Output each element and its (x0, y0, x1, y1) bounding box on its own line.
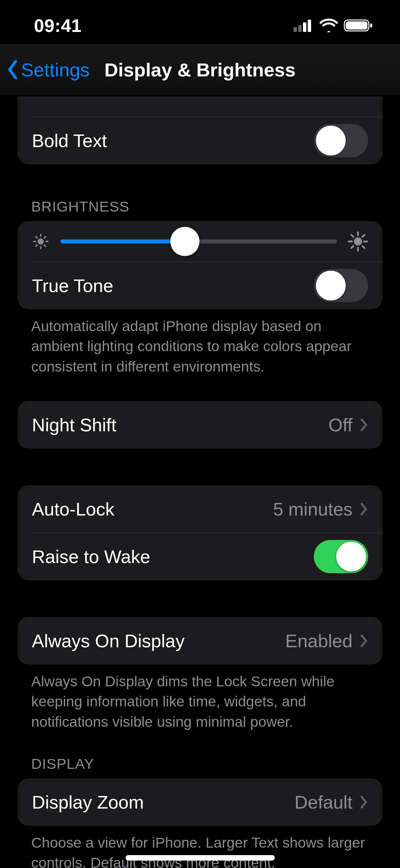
svg-line-13 (44, 245, 45, 246)
chevron-right-icon (360, 502, 368, 516)
status-time: 09:41 (34, 8, 82, 36)
svg-rect-5 (346, 21, 367, 30)
svg-rect-6 (370, 23, 372, 28)
svg-line-12 (36, 237, 37, 238)
brightness-group: True Tone (18, 221, 382, 309)
auto-lock-value: 5 minutes (273, 499, 353, 520)
true-tone-row[interactable]: True Tone (18, 262, 382, 309)
aod-group: Always On Display Enabled (18, 617, 382, 665)
display-zoom-value: Default (294, 792, 353, 813)
display-zoom-group: Display Zoom Default (18, 778, 382, 826)
brightness-slider[interactable] (60, 239, 337, 243)
text-group: Bold Text (18, 96, 382, 164)
chevron-right-icon (360, 634, 368, 648)
svg-point-16 (354, 237, 362, 246)
svg-rect-3 (308, 20, 311, 32)
svg-line-23 (351, 246, 354, 248)
display-header: Display (18, 732, 382, 778)
chevron-right-icon (360, 418, 368, 432)
svg-line-24 (363, 235, 365, 237)
wifi-icon (319, 19, 338, 32)
page-title: Display & Brightness (104, 59, 296, 81)
home-indicator[interactable] (126, 855, 275, 861)
status-icons (293, 12, 373, 32)
auto-lock-row[interactable]: Auto-Lock 5 minutes (18, 485, 382, 533)
svg-line-14 (36, 245, 37, 246)
night-shift-value: Off (328, 414, 353, 435)
auto-lock-label: Auto-Lock (32, 499, 273, 520)
raise-to-wake-label: Raise to Wake (32, 546, 314, 567)
svg-rect-2 (303, 22, 306, 32)
true-tone-footer: Automatically adapt iPhone display based… (18, 309, 382, 377)
back-label: Settings (21, 59, 90, 81)
aod-footer: Always On Display dims the Lock Screen w… (18, 665, 382, 732)
raise-to-wake-toggle[interactable] (314, 540, 368, 573)
brightness-slider-fill (60, 239, 185, 243)
always-on-display-value: Enabled (285, 630, 353, 651)
raise-to-wake-row[interactable]: Raise to Wake (18, 533, 382, 580)
svg-rect-1 (298, 25, 302, 32)
night-shift-row[interactable]: Night Shift Off (18, 401, 382, 449)
chevron-left-icon (7, 60, 19, 79)
brightness-slider-row (18, 221, 382, 262)
svg-line-22 (363, 246, 365, 248)
brightness-slider-thumb[interactable] (170, 227, 199, 256)
chevron-right-icon (360, 795, 368, 809)
night-shift-label: Night Shift (32, 414, 328, 435)
bold-text-row[interactable]: Bold Text (18, 117, 382, 164)
text-size-row-partial[interactable] (18, 96, 382, 117)
svg-line-21 (351, 235, 354, 237)
brightness-low-icon (32, 233, 50, 250)
bold-text-toggle[interactable] (314, 124, 368, 157)
display-zoom-row[interactable]: Display Zoom Default (18, 778, 382, 826)
lock-group: Auto-Lock 5 minutes Raise to Wake (18, 485, 382, 580)
svg-rect-0 (293, 27, 297, 32)
status-bar: 09:41 (0, 0, 400, 44)
display-zoom-footer: Choose a view for iPhone. Larger Text sh… (18, 826, 382, 868)
brightness-high-icon (348, 231, 368, 252)
nav-bar: Settings Display & Brightness (0, 44, 400, 95)
display-zoom-label: Display Zoom (32, 792, 294, 813)
brightness-header: Brightness (18, 164, 382, 221)
true-tone-toggle[interactable] (314, 269, 368, 302)
svg-line-15 (44, 237, 45, 238)
always-on-display-label: Always On Display (32, 630, 285, 651)
battery-icon (344, 19, 373, 32)
night-shift-group: Night Shift Off (18, 401, 382, 449)
cellular-icon (293, 19, 314, 32)
true-tone-label: True Tone (32, 275, 314, 296)
always-on-display-row[interactable]: Always On Display Enabled (18, 617, 382, 665)
back-button[interactable]: Settings (7, 59, 90, 81)
svg-point-7 (38, 238, 44, 245)
bold-text-label: Bold Text (32, 130, 314, 151)
